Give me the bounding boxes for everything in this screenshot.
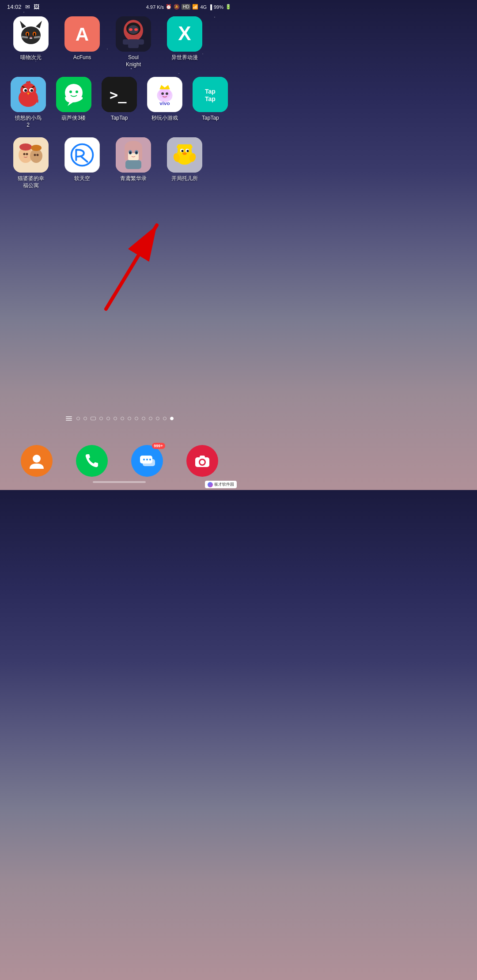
app-miaowu[interactable]: 喵物次元 — [9, 16, 53, 68]
watermark-text: 板才软件园 — [214, 482, 234, 487]
svg-point-90 — [143, 459, 145, 460]
svg-point-58 — [37, 154, 39, 156]
svg-rect-22 — [123, 39, 129, 45]
svg-point-38 — [69, 90, 72, 93]
page-dot-12[interactable] — [156, 417, 159, 420]
app-label-soulknight: SoulKnight — [126, 54, 141, 68]
4g-label: 4G — [200, 4, 207, 10]
app-hulu[interactable]: 葫芦侠3楼 — [54, 77, 93, 128]
app-label-taptap1: TapTap — [111, 115, 128, 122]
battery-display: 99% — [214, 4, 223, 10]
app-maopopo[interactable]: 猫婆婆的幸福公寓 — [9, 137, 53, 189]
app-label-maopopo: 猫婆婆的幸福公寓 — [18, 175, 44, 189]
page-dot-8[interactable] — [128, 417, 131, 420]
svg-point-70 — [129, 151, 132, 154]
app-label-taptap2: TapTap — [202, 115, 219, 122]
nav-gesture-bar — [93, 481, 146, 483]
svg-point-95 — [200, 460, 204, 464]
app-label-miaowu: 喵物次元 — [20, 54, 42, 61]
page-dot-2[interactable] — [83, 417, 87, 420]
svg-point-55 — [23, 153, 26, 155]
page-dot-1[interactable] — [76, 417, 80, 420]
page-indicators — [0, 415, 238, 422]
page-dot-4[interactable] — [99, 417, 103, 420]
svg-point-46 — [161, 92, 164, 95]
battery-icon: 🔋 — [225, 4, 231, 10]
app-qingyuan[interactable]: 青鸢繁华录 — [111, 137, 155, 189]
svg-point-82 — [182, 152, 187, 155]
svg-point-57 — [34, 154, 36, 156]
arrow-annotation — [71, 190, 194, 313]
watermark-icon — [208, 482, 213, 487]
page-dot-3[interactable] — [91, 417, 96, 420]
svg-point-80 — [182, 150, 184, 152]
app-yishijie[interactable]: X 异世界动漫 — [163, 16, 207, 68]
app-label-miaowanxiao: 秒玩小游戏 — [151, 115, 178, 122]
svg-point-91 — [146, 459, 148, 460]
svg-rect-23 — [138, 39, 144, 45]
svg-point-56 — [26, 153, 28, 155]
svg-rect-67 — [139, 147, 142, 160]
app-angry[interactable]: 愤怒的小鸟2 — [9, 77, 47, 128]
app-label-yishijie: 异世界动漫 — [171, 54, 198, 61]
svg-point-28 — [20, 83, 36, 97]
svg-text:X: X — [178, 23, 191, 44]
svg-rect-66 — [125, 147, 128, 160]
message-icon: ✉ — [25, 4, 30, 10]
status-right-icons: 4.97 K/s ⏰ 🔕 HD 📶 4G ▐ 99% 🔋 — [146, 4, 231, 10]
message-badge: 999+ — [152, 443, 165, 449]
svg-point-87 — [33, 455, 41, 463]
watermark: 板才软件园 — [205, 481, 237, 488]
svg-text:A: A — [76, 24, 89, 45]
svg-point-92 — [149, 459, 151, 460]
svg-text:Tap: Tap — [205, 95, 216, 102]
page-dot-7[interactable] — [121, 417, 124, 420]
dock-phone[interactable] — [76, 445, 108, 477]
page-dot-6[interactable] — [114, 417, 117, 420]
app-row-2: 愤怒的小鸟2 葫芦侠3楼 — [9, 77, 230, 128]
app-label-kaiju: 开局托儿所 — [171, 175, 198, 182]
svg-point-19 — [129, 28, 132, 31]
page-dot-14[interactable] — [170, 417, 174, 420]
svg-text:vivo: vivo — [160, 101, 170, 106]
app-kaiju[interactable]: 开局托儿所 — [163, 137, 207, 189]
page-dot-11[interactable] — [149, 417, 152, 420]
app-soulknight[interactable]: SoulKnight — [111, 16, 155, 68]
svg-point-59 — [19, 143, 32, 151]
app-label-ruantian: 软天空 — [74, 175, 90, 182]
svg-line-86 — [106, 225, 157, 309]
app-label-acfuns: AcFuns — [73, 54, 91, 61]
app-ruantian[interactable]: 软天空 — [60, 137, 104, 189]
signal-icon: ▐ — [208, 4, 212, 10]
page-dot-9[interactable] — [135, 417, 138, 420]
alarm-icon: ⏰ — [166, 4, 172, 10]
page-dot-5[interactable] — [106, 417, 110, 420]
app-row-1: 喵物次元 A AcFuns — [9, 16, 230, 68]
svg-point-20 — [134, 28, 138, 31]
app-label-angry: 愤怒的小鸟2 — [15, 115, 42, 128]
svg-rect-77 — [178, 144, 192, 148]
page-dot-10[interactable] — [142, 417, 145, 420]
svg-point-33 — [24, 89, 27, 92]
svg-text:>_: >_ — [110, 87, 127, 103]
app-taptap2[interactable]: Tap Tap TapTap — [191, 77, 230, 128]
app-miaowanxiao[interactable]: vivo 秒玩小游戏 — [146, 77, 184, 128]
svg-point-1 — [21, 26, 41, 44]
dock-contacts[interactable] — [21, 445, 53, 477]
app-taptap1[interactable]: >_ TapTap — [100, 77, 138, 128]
svg-text:Tap: Tap — [205, 88, 216, 95]
dock-messages[interactable]: 999+ — [131, 445, 163, 477]
svg-point-71 — [136, 151, 138, 154]
app-label-hulu: 葫芦侠3楼 — [61, 115, 86, 122]
time-display: 14:02 — [7, 4, 22, 10]
dock-camera[interactable] — [186, 445, 218, 477]
page-dot-13[interactable] — [163, 417, 167, 420]
app-acfuns[interactable]: A AcFuns — [60, 16, 104, 68]
svg-point-7 — [34, 33, 35, 36]
svg-point-60 — [31, 145, 42, 151]
svg-point-81 — [187, 150, 189, 152]
app-label-qingyuan: 青鸢繁华录 — [120, 175, 147, 182]
status-time: 14:02 ✉ 🖼 — [7, 4, 39, 10]
svg-point-6 — [26, 33, 28, 36]
hd-label: HD — [182, 4, 190, 10]
